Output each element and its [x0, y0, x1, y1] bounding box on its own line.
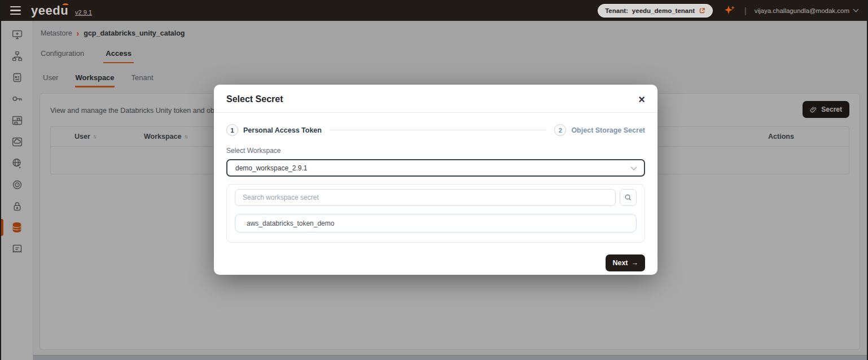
select-secret-modal: Select Secret × 1 Personal Access Token …	[214, 85, 657, 275]
secret-list-item[interactable]: aws_databricks_token_demo	[235, 214, 637, 232]
workspace-select[interactable]: demo_workspace_2.9.1	[226, 159, 645, 177]
app-window: yeedu v2.9.1 Tenant: yeedu_demo_tenant |…	[0, 0, 868, 360]
hamburger-menu-icon[interactable]	[10, 6, 21, 15]
tenant-pill[interactable]: Tenant: yeedu_demo_tenant	[598, 4, 713, 17]
user-menu[interactable]: vijaya.challagundla@modak.com	[755, 7, 858, 14]
topbar: yeedu v2.9.1 Tenant: yeedu_demo_tenant |…	[1, 0, 867, 21]
workspace-select-label: Select Workspace	[226, 147, 645, 155]
chevron-down-icon	[630, 164, 637, 170]
external-link-icon	[699, 7, 705, 14]
app-logo: yeedu	[31, 5, 68, 17]
tenant-label: Tenant:	[605, 7, 628, 14]
modal-title: Select Secret	[226, 94, 283, 104]
secret-name: aws_databricks_token_demo	[247, 219, 334, 227]
step-1-label: Personal Access Token	[243, 126, 322, 134]
step-1-circle: 1	[226, 124, 238, 136]
secret-list-panel: aws_databricks_token_demo	[226, 184, 645, 243]
topbar-divider: |	[744, 6, 747, 15]
sparkle-icon[interactable]	[723, 4, 737, 17]
step-2-circle: 2	[554, 124, 566, 136]
search-icon	[624, 194, 632, 201]
workspace-selected-value: demo_workspace_2.9.1	[235, 164, 307, 172]
arrow-right-icon: →	[632, 259, 639, 267]
step-personal-access-token: 1 Personal Access Token	[226, 124, 322, 136]
next-button-label: Next	[612, 259, 628, 267]
tenant-value: yeedu_demo_tenant	[632, 7, 695, 14]
stepper: 1 Personal Access Token 2 Object Storage…	[226, 124, 645, 136]
chevron-down-icon	[853, 7, 859, 12]
modal-divider	[214, 112, 657, 113]
version-link[interactable]: v2.9.1	[75, 9, 92, 16]
stepper-connector	[330, 130, 546, 131]
search-button[interactable]	[620, 189, 637, 206]
step-2-label: Object Storage Secret	[571, 126, 645, 134]
search-input[interactable]	[235, 189, 616, 206]
step-object-storage-secret: 2 Object Storage Secret	[554, 124, 645, 136]
user-email: vijaya.challagundla@modak.com	[755, 7, 849, 14]
close-icon[interactable]: ×	[638, 94, 645, 105]
logo-breve-accent	[63, 3, 68, 6]
next-button[interactable]: Next →	[606, 254, 645, 271]
